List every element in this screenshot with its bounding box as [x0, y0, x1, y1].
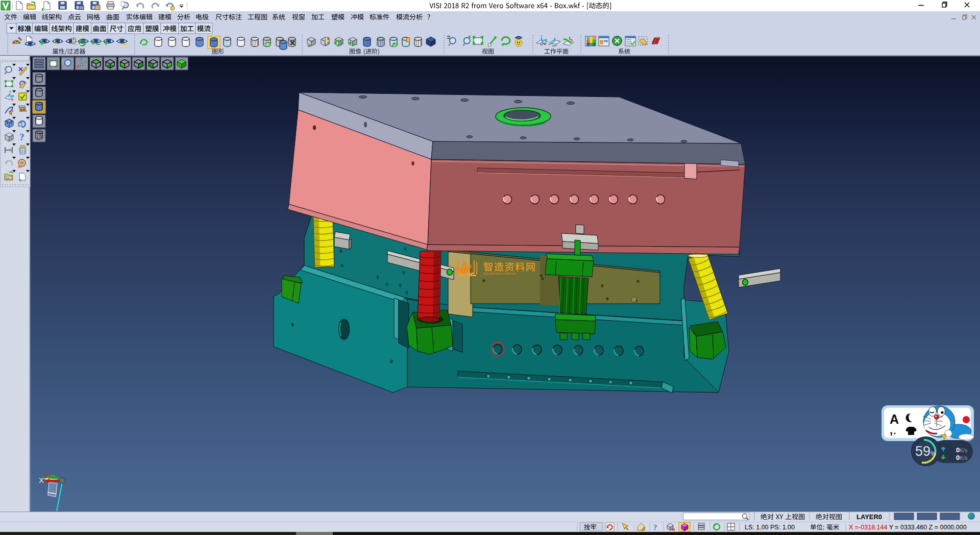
- svg-text:?: ?: [19, 132, 24, 142]
- svg-text:INTELLIGENT MANUFACTURING DATA: INTELLIGENT MANUFACTURING DATA: [483, 272, 516, 275]
- svg-text:,: ,: [890, 424, 893, 436]
- svg-text:Y: Y: [45, 471, 50, 478]
- svg-text:?: ?: [653, 523, 657, 531]
- svg-text:X: X: [39, 476, 44, 484]
